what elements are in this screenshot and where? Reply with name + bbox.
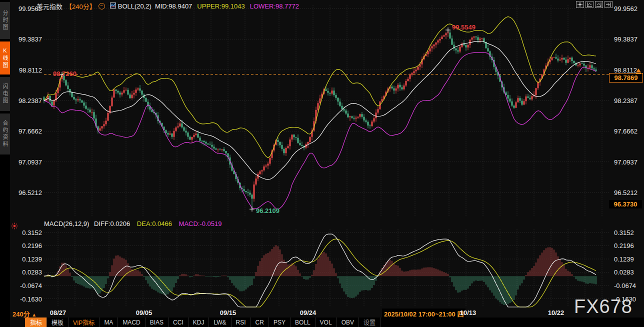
toolbar-item-MACD[interactable]: MACD (118, 318, 144, 327)
toolbar-item-VIP指标[interactable]: VIP指标 (68, 318, 99, 327)
toolbar-item-RSI[interactable]: RSI (231, 318, 250, 327)
price-tick-label: 99.9562 (10, 5, 42, 12)
sidebar-item-time-chart[interactable]: 分时图 (0, 2, 10, 39)
price-tick-label: 97.0937 (614, 158, 644, 166)
macd-diff-value: DIFF:0.0206 (94, 220, 130, 228)
collapse-indicator-icon[interactable]: − (98, 3, 105, 10)
toolbar-item-VOL[interactable]: VOL (315, 318, 336, 327)
boll-mid-value: MID:98.9407 (155, 2, 192, 10)
chart-type-sidebar: 分时图 K线图 闪电图 合约资料 (0, 0, 10, 327)
macd-header: MACD(26,12,9) DIFF:0.0206 DEA:0.0466 MAC… (44, 220, 222, 228)
macd-tick-label: 0.3152 (614, 229, 644, 236)
price-tick-label: 96.5212 (10, 189, 42, 196)
macd-dea-value: DEA:0.0466 (137, 220, 172, 228)
price-tick-label: 99.3837 (614, 36, 644, 43)
time-axis: 240分 ▲ 2025/10/02 17:00~21:00 四 08/2709/… (10, 308, 644, 318)
x-axis-date: 10/22 (548, 309, 564, 316)
price-tick-label: 98.2387 (614, 97, 644, 104)
price-tick-label: 99.3837 (10, 36, 42, 43)
price-tick-label: 97.6662 (614, 128, 644, 135)
boll-params: BOLL(20,2) (118, 2, 152, 10)
price-tick-label: 98.2387 (10, 97, 42, 104)
price-tick-label: 96.5212 (614, 189, 644, 196)
sidebar-item-kline-chart[interactable]: K线图 (0, 42, 10, 74)
macd-tick-label: 0.1239 (10, 256, 42, 263)
candlestick-macd-canvas[interactable] (10, 0, 644, 308)
macd-tick-label: -0.0674 (10, 282, 42, 290)
chart-area: 美元指数 【240分】 − BOLL(20,2) MID:98.9407 UPP… (10, 0, 644, 327)
x-axis-date: 10/13 (460, 309, 476, 316)
indicator-chart-icon (110, 2, 116, 10)
toolbar-spacer (10, 318, 25, 327)
price-tick-label: 98.8112 (10, 66, 42, 74)
boll-lower-value: LOWER:98.7772 (250, 2, 299, 10)
toolbar-item-BIAS[interactable]: BIAS (145, 318, 168, 327)
price-tick-label: 99.9562 (614, 5, 644, 12)
macd-hist-value: MACD:-0.0519 (179, 220, 222, 228)
period-high-label: 99.5549 (452, 24, 476, 31)
toolbar-item-OBV[interactable]: OBV (336, 318, 358, 327)
x-axis-date: 08/27 (50, 309, 66, 316)
toolbar-item-MA[interactable]: MA (99, 318, 118, 327)
last-price-arrow-icon (636, 68, 641, 72)
fx678-watermark: FX678 (574, 296, 632, 318)
macd-tick-label: 0.2196 (10, 242, 42, 250)
macd-tick-label: -0.0674 (614, 282, 644, 290)
macd-tick-label: 0.1239 (614, 256, 644, 263)
last-price-box: 98.7869 (609, 73, 643, 82)
x-axis-date: 09/05 (136, 309, 152, 316)
zoom-axis-left-icon[interactable] (586, 1, 594, 8)
macd-tick-label: 0.0283 (614, 268, 644, 276)
alert-icon[interactable] (11, 222, 18, 232)
sidebar-item-contract-info[interactable]: 合约资料 (0, 114, 10, 154)
price-tick-label: 97.0937 (10, 158, 42, 166)
reference-price-label: 98.7260 (53, 70, 76, 78)
x-axis-date: 09/24 (300, 309, 316, 316)
boll-upper-value: UPPER:99.1043 (197, 2, 244, 10)
toolbar-item-LW&[interactable]: LW& (208, 318, 230, 327)
period-label: 【240分】 (66, 2, 96, 11)
indicator-toolbar: 指标模板VIP指标MAMACDBIASCCIKDJLW&RSICRPSYBOLL… (10, 318, 644, 327)
period-low-label: 96.2109 (256, 207, 280, 214)
toolbar-item-PSY[interactable]: PSY (268, 318, 290, 327)
zoom-axis-right-icon[interactable] (595, 1, 603, 8)
chart-toolbox (576, 1, 612, 8)
macd-tick-label: 0.0283 (10, 268, 42, 276)
toolbar-item-KDJ[interactable]: KDJ (188, 318, 209, 327)
pan-right-icon[interactable] (604, 1, 612, 8)
macd-tick-label: -0.1630 (10, 296, 42, 303)
toolbar-item-模板[interactable]: 模板 (46, 318, 68, 327)
macd-tick-label: 0.2196 (614, 242, 644, 250)
toolbar-item-设置[interactable]: 设置 (358, 318, 380, 327)
lower-price-box: 96.3730 (609, 200, 642, 208)
toolbar-item-CR[interactable]: CR (250, 318, 268, 327)
x-axis-date: 09/15 (220, 309, 236, 316)
toolbar-item-BOLL[interactable]: BOLL (290, 318, 315, 327)
price-tick-label: 97.6662 (10, 128, 42, 135)
macd-params: MACD(26,12,9) (44, 220, 89, 228)
trading-app-window: 分时图 K线图 闪电图 合约资料 美元指数 【240分】 − BOLL(20,2… (0, 0, 644, 327)
toolbar-item-CCI[interactable]: CCI (168, 318, 188, 327)
chevron-up-icon: ▲ (32, 312, 36, 318)
sidebar-item-lightning-chart[interactable]: 闪电图 (0, 77, 10, 111)
crosshair-icon[interactable] (576, 1, 584, 8)
toolbar-item-指标[interactable]: 指标 (25, 318, 46, 327)
chart-header: 美元指数 【240分】 − BOLL(20,2) MID:98.9407 UPP… (36, 2, 299, 10)
